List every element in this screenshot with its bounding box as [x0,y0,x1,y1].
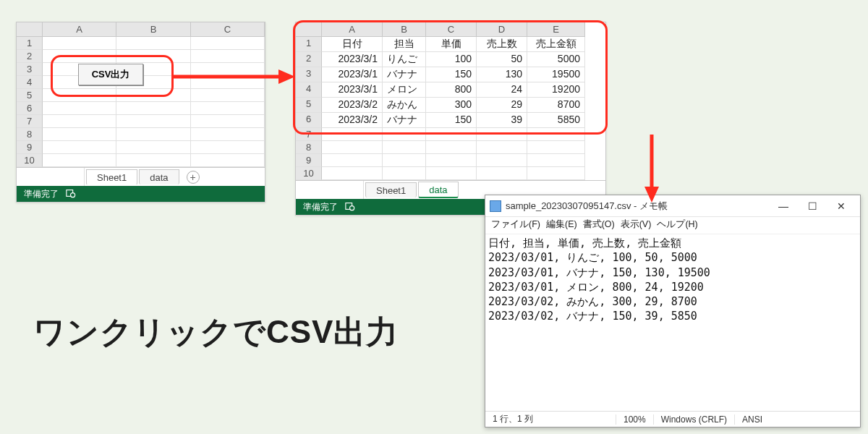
cell[interactable]: 2023/3/2 [322,113,383,128]
add-sheet-button[interactable]: + [187,171,200,184]
cell[interactable]: 24 [477,82,527,98]
cell[interactable]: 5000 [527,52,585,67]
cell[interactable]: 300 [426,98,477,113]
cell[interactable]: 単価 [426,37,477,52]
cell[interactable]: 売上数 [477,37,527,52]
cell[interactable] [43,37,116,50]
col-header[interactable]: C [191,22,265,37]
cell[interactable] [527,128,585,141]
cell[interactable] [116,128,190,141]
cell[interactable] [116,141,190,154]
row-header[interactable]: 8 [296,141,322,154]
cell[interactable] [527,141,585,154]
col-header[interactable]: B [383,22,426,37]
cell[interactable] [477,128,527,141]
tab-data[interactable]: data [418,182,458,198]
cell[interactable] [191,141,265,154]
row-header[interactable]: 6 [17,102,43,115]
cell[interactable] [191,89,265,102]
cell[interactable]: 売上金額 [527,37,585,52]
cell[interactable] [43,115,116,128]
row-header[interactable]: 9 [17,141,43,154]
cell[interactable] [116,154,190,167]
menu-view[interactable]: 表示(V) [621,218,652,231]
cell[interactable] [191,37,265,50]
close-button[interactable]: ✕ [827,197,856,215]
col-header[interactable]: A [322,22,383,37]
cell[interactable] [116,115,190,128]
cell[interactable] [116,50,190,63]
col-header[interactable]: E [527,22,585,37]
cell[interactable]: 日付 [322,37,383,52]
cell[interactable]: りんご [383,52,426,67]
cell[interactable]: 2023/3/1 [322,82,383,98]
row-header[interactable]: 7 [296,128,322,141]
cell[interactable] [527,167,585,180]
cell[interactable] [322,128,383,141]
csv-export-button[interactable]: CSV出力 [78,64,143,85]
col-header[interactable]: C [426,22,477,37]
cell[interactable] [383,167,426,180]
row-header[interactable]: 10 [296,167,322,180]
row-header[interactable]: 1 [17,37,43,50]
cell[interactable] [43,89,116,102]
cell[interactable]: メロン [383,82,426,98]
minimize-button[interactable]: — [769,197,798,215]
cell[interactable]: みかん [383,98,426,113]
cell[interactable] [43,141,116,154]
row-header[interactable]: 9 [296,154,322,167]
cell[interactable] [322,167,383,180]
cell[interactable]: 800 [426,82,477,98]
macro-record-icon[interactable] [345,201,355,213]
row-header[interactable]: 10 [17,154,43,167]
cell[interactable] [43,128,116,141]
row-header[interactable]: 6 [296,113,322,128]
cell[interactable]: 担当 [383,37,426,52]
row-header[interactable]: 5 [296,98,322,113]
cell[interactable] [426,154,477,167]
notepad-titlebar[interactable]: sample_20230307095147.csv - メモ帳 — ☐ ✕ [485,195,860,217]
cell[interactable] [43,50,116,63]
cell[interactable] [322,141,383,154]
cell[interactable] [426,128,477,141]
tab-data[interactable]: data [139,169,179,184]
tab-scroll-area[interactable] [299,181,364,199]
cell[interactable] [191,63,265,76]
cell[interactable]: 150 [426,113,477,128]
cell[interactable] [426,167,477,180]
cell[interactable]: 39 [477,113,527,128]
cell[interactable] [191,128,265,141]
cell[interactable] [116,89,190,102]
cell[interactable] [191,154,265,167]
cell[interactable] [116,102,190,115]
menu-help[interactable]: ヘルプ(H) [657,218,697,231]
cell[interactable]: バナナ [383,113,426,128]
cell[interactable]: 2023/3/1 [322,67,383,82]
cell[interactable] [43,102,116,115]
cell[interactable] [191,115,265,128]
row-header[interactable]: 3 [296,67,322,82]
cell[interactable] [383,154,426,167]
row-header[interactable]: 4 [296,82,322,98]
cell[interactable] [191,76,265,89]
cell[interactable]: 29 [477,98,527,113]
row-header[interactable]: 1 [296,37,322,52]
row-header[interactable]: 7 [17,115,43,128]
cell[interactable]: 2023/3/2 [322,98,383,113]
cell[interactable]: 5850 [527,113,585,128]
cell[interactable] [383,128,426,141]
notepad-textarea[interactable]: 日付, 担当, 単価, 売上数, 売上金額 2023/03/01, りんご, 1… [485,234,860,411]
row-header[interactable]: 3 [17,63,43,76]
row-header[interactable]: 2 [296,52,322,67]
row-header[interactable]: 8 [17,128,43,141]
cell[interactable] [116,37,190,50]
cell[interactable] [527,154,585,167]
cell[interactable] [322,154,383,167]
tab-sheet1[interactable]: Sheet1 [86,169,137,185]
row-header[interactable]: 4 [17,76,43,89]
cell[interactable] [477,141,527,154]
menu-edit[interactable]: 編集(E) [546,218,577,231]
cell[interactable]: 19200 [527,82,585,98]
cell[interactable] [191,102,265,115]
tab-scroll-area[interactable] [20,168,85,186]
